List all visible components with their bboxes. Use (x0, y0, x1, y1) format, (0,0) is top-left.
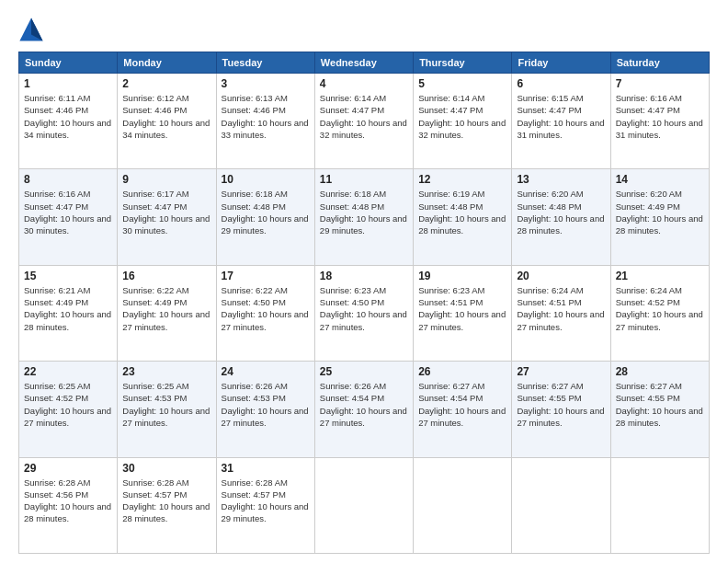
week-row-5: 29 Sunrise: 6:28 AM Sunset: 4:56 PM Dayl… (19, 457, 710, 553)
calendar-cell: 1 Sunrise: 6:11 AM Sunset: 4:46 PM Dayli… (19, 74, 118, 169)
day-info: Sunrise: 6:24 AM Sunset: 4:52 PM Dayligh… (616, 284, 704, 333)
sunset-label: Sunset: 4:50 PM (222, 297, 286, 307)
calendar-cell (414, 457, 512, 553)
day-number: 12 (418, 173, 506, 186)
daylight-label: Daylight: 10 hours and 33 minutes. (222, 118, 309, 140)
sunrise-label: Sunrise: 6:27 AM (517, 381, 583, 391)
calendar-cell: 24 Sunrise: 6:26 AM Sunset: 4:53 PM Dayl… (216, 362, 314, 457)
sunrise-label: Sunrise: 6:17 AM (122, 189, 188, 199)
day-info: Sunrise: 6:25 AM Sunset: 4:53 PM Dayligh… (122, 380, 210, 429)
calendar-cell (512, 457, 610, 553)
week-row-1: 1 Sunrise: 6:11 AM Sunset: 4:46 PM Dayli… (19, 74, 710, 169)
daylight-label: Daylight: 10 hours and 30 minutes. (24, 213, 111, 236)
day-info: Sunrise: 6:28 AM Sunset: 4:57 PM Dayligh… (222, 477, 310, 525)
sunrise-label: Sunrise: 6:16 AM (616, 93, 682, 103)
day-number: 17 (222, 270, 310, 282)
daylight-label: Daylight: 10 hours and 29 minutes. (222, 213, 309, 236)
logo (18, 17, 48, 42)
day-info: Sunrise: 6:22 AM Sunset: 4:49 PM Dayligh… (122, 284, 210, 333)
day-number: 11 (320, 173, 408, 186)
calendar-cell: 13 Sunrise: 6:20 AM Sunset: 4:48 PM Dayl… (512, 169, 610, 265)
day-number: 28 (616, 365, 704, 378)
daylight-label: Daylight: 10 hours and 32 minutes. (418, 118, 506, 140)
day-number: 10 (222, 173, 310, 186)
day-number: 19 (418, 270, 506, 282)
sunrise-label: Sunrise: 6:15 AM (517, 93, 583, 103)
sunset-label: Sunset: 4:49 PM (122, 297, 187, 307)
daylight-label: Daylight: 10 hours and 28 minutes. (24, 501, 111, 523)
day-number: 4 (320, 77, 408, 90)
sunrise-label: Sunrise: 6:14 AM (320, 93, 386, 103)
calendar-cell: 5 Sunrise: 6:14 AM Sunset: 4:47 PM Dayli… (414, 74, 512, 169)
sunset-label: Sunset: 4:53 PM (222, 393, 286, 403)
calendar-cell: 20 Sunrise: 6:24 AM Sunset: 4:51 PM Dayl… (512, 265, 610, 361)
daylight-label: Daylight: 10 hours and 31 minutes. (517, 118, 604, 140)
calendar-cell: 4 Sunrise: 6:14 AM Sunset: 4:47 PM Dayli… (314, 74, 413, 169)
day-info: Sunrise: 6:20 AM Sunset: 4:49 PM Dayligh… (616, 188, 704, 236)
daylight-label: Daylight: 10 hours and 34 minutes. (24, 118, 111, 140)
day-info: Sunrise: 6:16 AM Sunset: 4:47 PM Dayligh… (616, 92, 704, 141)
day-info: Sunrise: 6:19 AM Sunset: 4:48 PM Dayligh… (418, 188, 506, 236)
sunset-label: Sunset: 4:51 PM (418, 297, 483, 307)
week-row-4: 22 Sunrise: 6:25 AM Sunset: 4:52 PM Dayl… (19, 362, 710, 457)
day-number: 30 (122, 462, 210, 475)
calendar-cell: 22 Sunrise: 6:25 AM Sunset: 4:52 PM Dayl… (19, 362, 118, 457)
weekday-sunday: Sunday (19, 52, 118, 74)
sunset-label: Sunset: 4:46 PM (122, 105, 187, 115)
daylight-label: Daylight: 10 hours and 27 minutes. (222, 309, 309, 331)
sunrise-label: Sunrise: 6:13 AM (222, 93, 288, 103)
calendar-cell: 18 Sunrise: 6:23 AM Sunset: 4:50 PM Dayl… (314, 265, 413, 361)
calendar-cell: 6 Sunrise: 6:15 AM Sunset: 4:47 PM Dayli… (512, 74, 610, 169)
day-number: 20 (517, 270, 605, 282)
week-row-2: 8 Sunrise: 6:16 AM Sunset: 4:47 PM Dayli… (19, 169, 710, 265)
sunset-label: Sunset: 4:46 PM (222, 105, 286, 115)
sunset-label: Sunset: 4:55 PM (517, 393, 581, 403)
weekday-friday: Friday (512, 52, 610, 74)
sunset-label: Sunset: 4:49 PM (616, 201, 680, 212)
day-info: Sunrise: 6:14 AM Sunset: 4:47 PM Dayligh… (320, 92, 408, 141)
sunset-label: Sunset: 4:52 PM (616, 297, 680, 307)
sunrise-label: Sunrise: 6:24 AM (517, 285, 583, 295)
calendar-cell: 25 Sunrise: 6:26 AM Sunset: 4:54 PM Dayl… (314, 362, 413, 457)
sunrise-label: Sunrise: 6:11 AM (24, 93, 90, 103)
weekday-tuesday: Tuesday (216, 52, 314, 74)
day-info: Sunrise: 6:14 AM Sunset: 4:47 PM Dayligh… (418, 92, 506, 141)
sunset-label: Sunset: 4:47 PM (24, 201, 88, 212)
day-info: Sunrise: 6:21 AM Sunset: 4:49 PM Dayligh… (24, 284, 112, 333)
day-info: Sunrise: 6:28 AM Sunset: 4:57 PM Dayligh… (122, 477, 210, 525)
page: SundayMondayTuesdayWednesdayThursdayFrid… (0, 0, 728, 563)
daylight-label: Daylight: 10 hours and 28 minutes. (122, 501, 210, 523)
day-info: Sunrise: 6:22 AM Sunset: 4:50 PM Dayligh… (222, 284, 310, 333)
day-info: Sunrise: 6:26 AM Sunset: 4:54 PM Dayligh… (320, 380, 408, 429)
calendar-cell: 17 Sunrise: 6:22 AM Sunset: 4:50 PM Dayl… (216, 265, 314, 361)
day-info: Sunrise: 6:24 AM Sunset: 4:51 PM Dayligh… (517, 284, 605, 333)
day-info: Sunrise: 6:23 AM Sunset: 4:50 PM Dayligh… (320, 284, 408, 333)
daylight-label: Daylight: 10 hours and 27 minutes. (222, 406, 309, 428)
sunrise-label: Sunrise: 6:20 AM (616, 189, 682, 199)
sunrise-label: Sunrise: 6:16 AM (24, 189, 90, 199)
weekday-saturday: Saturday (610, 52, 709, 74)
day-number: 7 (616, 77, 704, 90)
daylight-label: Daylight: 10 hours and 27 minutes. (418, 309, 506, 331)
day-number: 25 (320, 365, 408, 378)
daylight-label: Daylight: 10 hours and 28 minutes. (616, 406, 703, 428)
daylight-label: Daylight: 10 hours and 27 minutes. (616, 309, 703, 331)
sunset-label: Sunset: 4:48 PM (418, 201, 483, 212)
calendar-cell: 7 Sunrise: 6:16 AM Sunset: 4:47 PM Dayli… (610, 74, 709, 169)
sunset-label: Sunset: 4:47 PM (122, 201, 187, 212)
sunrise-label: Sunrise: 6:28 AM (122, 477, 188, 488)
daylight-label: Daylight: 10 hours and 34 minutes. (122, 118, 210, 140)
daylight-label: Daylight: 10 hours and 28 minutes. (24, 309, 111, 331)
sunrise-label: Sunrise: 6:26 AM (222, 381, 288, 391)
sunset-label: Sunset: 4:54 PM (418, 393, 483, 403)
day-info: Sunrise: 6:16 AM Sunset: 4:47 PM Dayligh… (24, 188, 112, 236)
weekday-header-row: SundayMondayTuesdayWednesdayThursdayFrid… (19, 52, 710, 74)
calendar-cell: 29 Sunrise: 6:28 AM Sunset: 4:56 PM Dayl… (19, 457, 118, 553)
sunset-label: Sunset: 4:47 PM (517, 105, 581, 115)
daylight-label: Daylight: 10 hours and 29 minutes. (320, 213, 407, 236)
day-number: 27 (517, 365, 605, 378)
daylight-label: Daylight: 10 hours and 27 minutes. (517, 406, 604, 428)
sunrise-label: Sunrise: 6:18 AM (222, 189, 288, 199)
day-info: Sunrise: 6:18 AM Sunset: 4:48 PM Dayligh… (320, 188, 408, 236)
sunrise-label: Sunrise: 6:24 AM (616, 285, 682, 295)
